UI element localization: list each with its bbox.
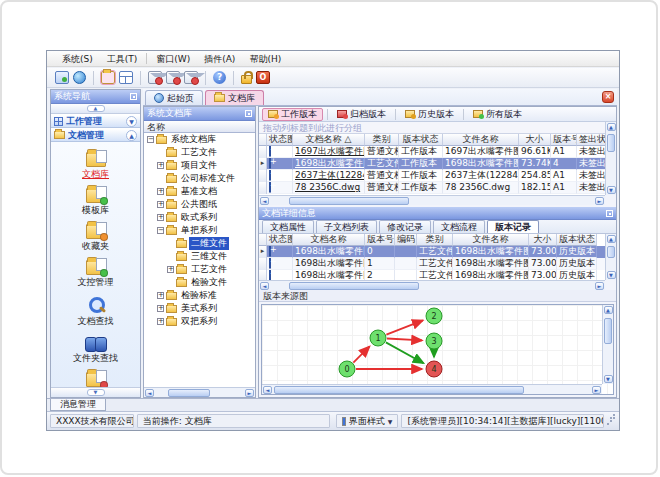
table-row[interactable]: ▸1698出水嘴零件图.dwg工艺文件工作版本1698出水嘴零件图.dwg73.… — [259, 158, 605, 170]
tree-item-工艺文件[interactable]: +工艺文件 — [144, 263, 255, 276]
expand-icon[interactable]: + — [157, 318, 164, 325]
sidebar-item-模板库[interactable]: 模板库 — [56, 186, 136, 219]
pin-icon[interactable] — [130, 93, 137, 100]
pin-icon[interactable] — [245, 110, 252, 117]
graph-horizontal-scrollbar[interactable]: ◄ ► — [262, 384, 602, 394]
scroll-left-icon[interactable]: ◄ — [145, 389, 154, 397]
pin-icon[interactable] — [606, 210, 613, 217]
scroll-right-icon[interactable]: ► — [595, 197, 604, 205]
scroll-right-icon[interactable]: ► — [592, 386, 601, 394]
expand-icon[interactable]: + — [157, 201, 164, 208]
column-header-状态图[interactable]: 状态图 — [267, 234, 293, 246]
sidebar-group-collapsed[interactable]: 工作管理▼ — [51, 114, 140, 128]
detail-tab-子文档列表[interactable]: 子文档列表 — [316, 220, 377, 233]
column-header-签出状态[interactable]: 签出状态 — [577, 134, 605, 146]
upper-table-vertical-scrollbar[interactable]: ▲ ▼ — [605, 122, 616, 195]
sidebar-item-收藏夹[interactable]: 收藏夹 — [56, 222, 136, 255]
column-header-版本状态[interactable]: 版本状态 — [557, 234, 597, 246]
sidebar-group-expanded[interactable]: 文档管理▲ — [51, 128, 140, 142]
tree-item-美式系列[interactable]: +美式系列 — [144, 302, 255, 315]
mail-alert-icon[interactable] — [184, 71, 198, 84]
scroll-down-icon[interactable]: ▼ — [607, 186, 616, 194]
open-folder-icon[interactable] — [101, 71, 115, 84]
table-row[interactable]: 1698出水嘴零件图.dwg2工艺文件1698出水嘴零件图.dwg73.00KB… — [259, 270, 605, 280]
mail-icon[interactable] — [148, 71, 162, 84]
help-icon[interactable]: ? — [213, 71, 226, 84]
interface-style-button[interactable]: 界面样式 ▼ — [336, 414, 399, 428]
scroll-down-icon[interactable]: ▼ — [604, 375, 613, 383]
resize-grip[interactable] — [607, 416, 616, 426]
column-header-状态图[interactable]: 状态图 — [267, 134, 293, 146]
tree-item-项目文件[interactable]: +项目文件 — [144, 159, 255, 172]
expand-icon[interactable]: + — [157, 305, 164, 312]
expand-icon[interactable]: + — [157, 214, 164, 221]
tree-column-header[interactable]: 名称 — [144, 121, 255, 133]
scroll-right-icon[interactable]: ► — [245, 389, 254, 397]
column-header-版本号[interactable]: 版本号 — [365, 234, 395, 246]
tree-horizontal-scrollbar[interactable]: ◄ ► — [144, 387, 255, 397]
scroll-right-icon[interactable]: ► — [595, 282, 604, 290]
version-graph-svg[interactable]: 01234 — [262, 305, 592, 391]
tree-item-单把系列[interactable]: −单把系列 — [144, 224, 255, 237]
sidebar-item-签出的文档[interactable]: 签出的文档 — [56, 370, 136, 387]
column-header-类别[interactable]: 类别 — [417, 234, 453, 246]
expand-icon[interactable]: + — [157, 162, 164, 169]
tree-item-检验文件[interactable]: 检验文件 — [144, 276, 255, 289]
collapse-icon[interactable]: − — [147, 136, 154, 143]
tree-item-公司标准文件[interactable]: 公司标准文件 — [144, 172, 255, 185]
scroll-up-icon[interactable]: ▲ — [604, 306, 613, 314]
monitor-icon[interactable] — [55, 71, 69, 84]
tree-item-公共图纸[interactable]: +公共图纸 — [144, 198, 255, 211]
expand-icon[interactable]: + — [157, 292, 164, 299]
tab-文档库[interactable]: 文档库 — [205, 90, 264, 105]
message-management-tab[interactable]: 消息管理 — [50, 399, 106, 411]
lower-table-horizontal-scrollbar[interactable]: ◄ ► — [259, 280, 605, 290]
scroll-up-icon[interactable]: ▲ — [607, 235, 616, 243]
detail-tab-修改记录[interactable]: 修改记录 — [379, 220, 431, 233]
chevron-down-icon[interactable]: ▼ — [87, 389, 105, 396]
menu-item-S[interactable]: 系统(S) — [55, 52, 100, 66]
scroll-left-icon[interactable]: ◄ — [260, 197, 269, 205]
chevron-up-icon[interactable]: ▲ — [126, 130, 137, 141]
column-header-类别[interactable]: 类别 — [365, 134, 399, 146]
column-header-文件名称[interactable]: 文件名称 — [443, 134, 519, 146]
sidebar-item-文控管理[interactable]: 文控管理 — [56, 258, 136, 291]
detail-tab-文档属性[interactable]: 文档属性 — [262, 220, 314, 233]
detail-tab-文档流程[interactable]: 文档流程 — [433, 220, 485, 233]
tab-起始页[interactable]: 起始页 — [145, 90, 203, 105]
lower-table-vertical-scrollbar[interactable]: ▲ ▼ — [605, 234, 616, 280]
tree-item-欧式系列[interactable]: +欧式系列 — [144, 211, 255, 224]
工作版本-button[interactable]: 工作版本 — [262, 108, 323, 121]
所有版本-button[interactable]: 所有版本 — [468, 108, 527, 121]
layout-icon[interactable] — [119, 71, 133, 84]
scroll-left-icon[interactable]: ◄ — [263, 386, 272, 394]
scroll-thumb[interactable] — [607, 246, 615, 258]
close-icon[interactable]: × — [602, 91, 614, 103]
sidebar-item-文档库[interactable]: 文档库 — [56, 150, 136, 183]
column-header-版本号[interactable]: 版本号 — [551, 134, 577, 146]
tree-item-系统文档库[interactable]: −系统文档库 — [144, 133, 255, 146]
sidebar-item-文件夹查找[interactable]: 文件夹查找 — [56, 333, 136, 367]
column-header-文档名称[interactable]: 文档名称 △ — [293, 134, 365, 146]
column-header-大小[interactable]: 大小 — [529, 234, 557, 246]
scroll-thumb[interactable] — [289, 197, 409, 205]
scroll-down-icon[interactable]: ▼ — [607, 271, 616, 279]
sidebar-item-文档查找[interactable]: 文档查找 — [56, 294, 136, 330]
collapse-icon[interactable]: − — [157, 227, 164, 234]
table-row[interactable]: 1698出水嘴零件图.dwg1工艺文件1698出水嘴零件图.dwg73.00KB… — [259, 258, 605, 270]
column-header-文档名称[interactable]: 文档名称 — [293, 234, 365, 246]
menu-item-A[interactable]: 插件(A) — [197, 52, 242, 66]
detail-tab-版本记录[interactable]: 版本记录 — [487, 220, 539, 233]
table-row[interactable]: ▸1698出水嘴零件图.dwg0工艺文件1698出水嘴零件图.dwg73.00K… — [259, 246, 605, 258]
column-header-大小[interactable]: 大小 — [519, 134, 551, 146]
tree-item-基准文档[interactable]: +基准文档 — [144, 185, 255, 198]
upper-table-horizontal-scrollbar[interactable]: ◄ ► — [259, 195, 605, 205]
scroll-thumb[interactable] — [274, 386, 524, 394]
column-header-文件名称[interactable]: 文件名称 — [453, 234, 529, 246]
menu-item-W[interactable]: 窗口(W) — [149, 52, 197, 66]
table-row[interactable]: 1697出水嘴零件图.dwg普通文档工作版本1697出水嘴零件图.dwg96.6… — [259, 146, 605, 158]
scroll-up-icon[interactable]: ▲ — [607, 123, 616, 131]
expand-icon[interactable]: + — [157, 188, 164, 195]
scroll-thumb[interactable] — [607, 134, 615, 152]
expand-icon[interactable]: + — [167, 266, 174, 273]
